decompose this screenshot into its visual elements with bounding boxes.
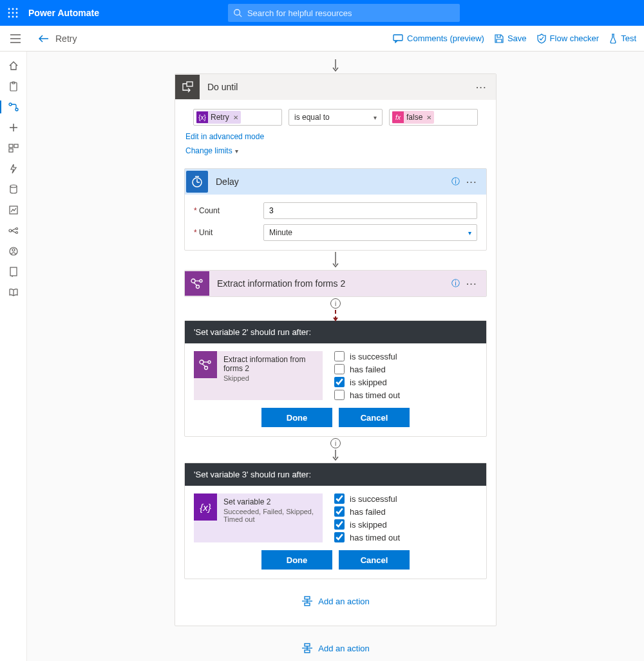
svg-point-26 (9, 229, 12, 232)
condition-left-input[interactable]: {x} Retry ✕ (193, 109, 282, 126)
svg-point-3 (8, 12, 10, 14)
svg-point-1 (12, 8, 14, 10)
svg-rect-21 (9, 144, 13, 148)
retry-token[interactable]: {x} Retry ✕ (196, 111, 241, 124)
svg-rect-23 (9, 149, 13, 152)
global-search[interactable] (228, 4, 460, 22)
nav-ai-builder[interactable] (0, 220, 27, 241)
do-until-header[interactable]: Do until ··· (175, 74, 496, 100)
edit-advanced-link[interactable]: Edit in advanced mode (185, 132, 264, 141)
comment-icon (393, 34, 403, 43)
help-icon[interactable]: ⓘ (451, 278, 460, 289)
condition-right-input[interactable]: fx false ✕ (389, 109, 478, 126)
svg-point-7 (12, 16, 14, 18)
svg-line-51 (202, 364, 205, 367)
flow-checker-button[interactable]: Flow checker (537, 34, 600, 44)
delay-title: Delay (216, 177, 451, 187)
nav-data[interactable] (0, 179, 27, 200)
count-label: Count (194, 206, 256, 215)
chk-timedout[interactable]: has timed out (334, 532, 400, 542)
cancel-button[interactable]: Cancel (339, 550, 410, 570)
svg-point-24 (10, 185, 17, 187)
save-button[interactable]: Save (495, 34, 527, 43)
back-arrow-icon[interactable] (39, 35, 49, 43)
svg-point-28 (15, 232, 17, 234)
svg-point-18 (15, 108, 18, 111)
chk-timedout[interactable]: has timed out (334, 390, 400, 400)
save-icon (495, 34, 504, 43)
done-button[interactable]: Done (261, 550, 332, 570)
ellipsis-icon[interactable]: ··· (462, 279, 481, 289)
svg-rect-57 (305, 644, 310, 646)
nav-solutions[interactable] (0, 262, 27, 282)
command-bar: Retry Comments (preview) Save Flow check… (0, 26, 644, 52)
unit-label: Unit (194, 228, 256, 237)
prev-action-extract: Extract information from forms 2 Skipped (194, 351, 323, 400)
comments-button[interactable]: Comments (preview) (393, 34, 484, 43)
prev-action-variable: {x} Set variable 2 Succeeded, Failed, Sk… (194, 493, 323, 542)
extract-title: Extract information from forms 2 (217, 278, 451, 289)
nav-home[interactable] (0, 55, 27, 76)
svg-line-10 (240, 15, 242, 17)
ellipsis-icon[interactable]: ··· (472, 82, 491, 92)
info-icon[interactable]: i (330, 298, 341, 309)
false-token[interactable]: fx false ✕ (392, 111, 434, 124)
token-remove-icon[interactable]: ✕ (426, 114, 434, 121)
nav-templates[interactable] (0, 138, 27, 158)
ellipsis-icon[interactable]: ··· (462, 177, 481, 187)
chk-failed[interactable]: has failed (334, 506, 400, 517)
nav-flows[interactable] (0, 97, 27, 117)
nav-process-advisor[interactable] (0, 241, 27, 262)
chk-skipped[interactable]: is skipped (334, 377, 400, 387)
svg-line-46 (194, 283, 197, 285)
arrow-down-icon (332, 59, 339, 72)
topbar: Power Automate (0, 0, 644, 26)
svg-point-9 (234, 10, 240, 15)
count-input[interactable] (263, 202, 477, 219)
chevron-down-icon: ▾ (374, 114, 377, 121)
app-launcher-icon[interactable] (5, 5, 21, 21)
nav-monitor[interactable] (0, 200, 27, 220)
svg-point-47 (200, 360, 204, 364)
insert-step-icon (301, 596, 313, 606)
cognitive-icon (185, 271, 209, 296)
chevron-down-icon: ▾ (235, 148, 238, 155)
cognitive-icon (194, 351, 217, 378)
chk-skipped[interactable]: is skipped (334, 519, 400, 530)
svg-point-44 (196, 285, 200, 289)
token-remove-icon[interactable]: ✕ (233, 114, 241, 121)
chk-successful[interactable]: is successful (334, 493, 400, 504)
help-icon[interactable]: ⓘ (451, 176, 460, 187)
hamburger-icon[interactable] (8, 31, 23, 46)
info-icon[interactable]: i (330, 438, 341, 448)
delay-card: Delay ⓘ ··· Count Unit Minute ▾ (184, 168, 487, 251)
svg-point-49 (205, 367, 208, 370)
delay-header[interactable]: Delay ⓘ ··· (185, 169, 486, 195)
svg-point-32 (12, 249, 15, 251)
nav-connectors[interactable] (0, 158, 27, 179)
nav-create[interactable] (0, 117, 27, 138)
unit-select[interactable]: Minute ▾ (263, 224, 477, 241)
add-action-outer[interactable]: Add an action (301, 643, 370, 653)
svg-point-27 (15, 228, 17, 230)
svg-point-0 (8, 8, 10, 10)
add-action-inner[interactable]: Add an action (301, 596, 370, 606)
dashed-arrow-icon (335, 310, 336, 320)
chk-failed[interactable]: has failed (334, 364, 400, 374)
do-until-card: Do until ··· {x} Retry ✕ is equal to ▾ (175, 73, 497, 626)
chk-successful[interactable]: is successful (334, 351, 400, 361)
svg-point-5 (16, 12, 18, 14)
condition-operator-select[interactable]: is equal to ▾ (289, 109, 383, 126)
nav-approvals[interactable] (0, 76, 27, 97)
extract-header[interactable]: Extract information from forms 2 ⓘ ··· (185, 271, 486, 296)
nav-learn[interactable] (0, 282, 27, 303)
page-title: Retry (55, 34, 77, 44)
done-button[interactable]: Done (261, 408, 332, 427)
cancel-button[interactable]: Cancel (339, 408, 410, 427)
change-limits-link[interactable]: Change limits ▾ (185, 146, 238, 155)
search-icon (233, 8, 242, 17)
svg-rect-54 (305, 603, 310, 606)
variable-icon: {x} (194, 493, 217, 521)
test-button[interactable]: Test (609, 34, 636, 44)
search-input[interactable] (247, 8, 455, 18)
